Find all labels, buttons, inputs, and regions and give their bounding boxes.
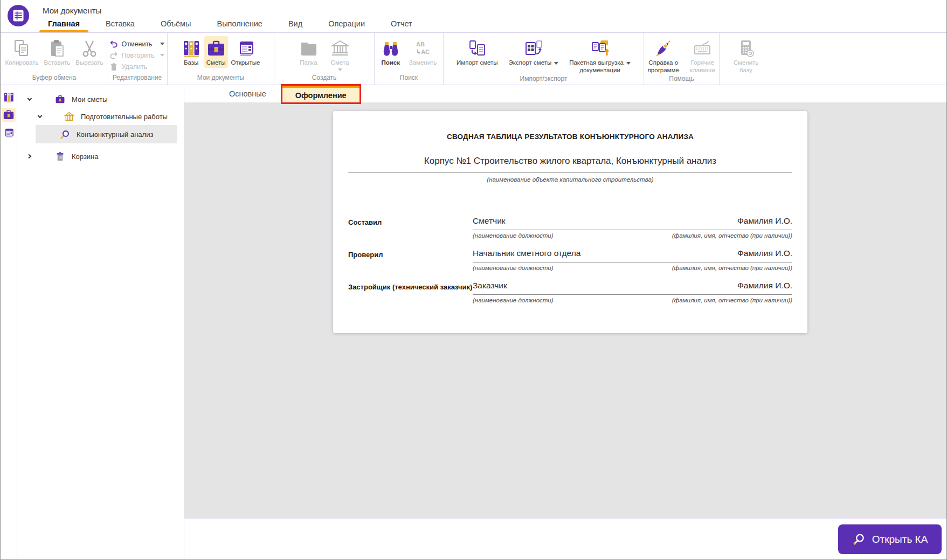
building-icon	[330, 38, 350, 59]
building-icon	[64, 112, 74, 122]
briefcase-icon	[55, 94, 65, 105]
redo-button[interactable]: Повторить	[109, 50, 165, 61]
position-caption: (наименование должности)	[473, 265, 554, 271]
chevron-down-icon[interactable]	[37, 113, 43, 120]
paste-icon	[47, 38, 67, 59]
app-window: Мои документы Главная Вставка Объёмы Вып…	[0, 0, 947, 560]
preview-canvas: СВОДНАЯ ТАБЛИЦА РЕЗУЛЬТАТОВ КОНЪЮНКТУРНО…	[184, 102, 946, 518]
bases-button[interactable]: Базы	[179, 36, 203, 68]
magnifier-icon	[852, 533, 866, 546]
ribbon-group-help: Справка о программе Горячие клавиши Помо…	[644, 33, 720, 85]
object-name-caption: (наименование объекта капитального строи…	[333, 176, 807, 183]
mini-estimates-button[interactable]	[2, 108, 16, 122]
signature-row: Застройщик (технический заказчик) Заказч…	[333, 281, 807, 303]
tree-item-recycle-bin[interactable]: Корзина	[17, 148, 184, 165]
group-label-import-export: Импорт/экспорт	[444, 75, 644, 85]
document-tabstrip: Основные Оформление	[184, 85, 946, 102]
document-title: СВОДНАЯ ТАБЛИЦА РЕЗУЛЬТАТОВ КОНЪЮНКТУРНО…	[333, 111, 807, 141]
menu-tab-operacii[interactable]: Операции	[315, 16, 378, 32]
tab-main[interactable]: Основные	[215, 85, 281, 102]
dropdown-icon[interactable]	[554, 62, 558, 65]
paste-button[interactable]: Вставить	[42, 36, 73, 68]
dropdown-icon[interactable]	[160, 54, 164, 57]
name-value: Фамилия И.О.	[737, 216, 792, 226]
export-estimate-button[interactable]: Экспорт сметы	[507, 36, 561, 68]
calculator-icon	[736, 38, 756, 59]
opened-button[interactable]: Открытые	[229, 36, 262, 68]
ribbon-group-create: Папка Смета Создать	[274, 33, 375, 85]
ribbon-group-clipboard: Копировать Вставить Вырезать Буфер обмен…	[2, 33, 107, 85]
tree-item-my-estimates[interactable]: Мои сметы	[17, 91, 184, 108]
cut-button[interactable]: Вырезать	[73, 36, 105, 68]
signature-row: Составил Сметчик Фамилия И.О. (наименова…	[333, 216, 807, 239]
menu-tab-vid[interactable]: Вид	[275, 16, 315, 32]
group-label-database	[720, 75, 772, 85]
chevron-right-icon[interactable]	[26, 153, 33, 160]
mini-bases-button[interactable]	[2, 90, 16, 104]
object-name-underline	[348, 172, 792, 172]
opened-documents-icon	[236, 38, 255, 59]
mini-opened-button[interactable]	[2, 126, 16, 140]
name-caption: (фамилия, имя, отчество (при наличии))	[672, 232, 792, 239]
redo-icon	[109, 51, 118, 60]
menu-tab-vstavka[interactable]: Вставка	[93, 16, 148, 32]
create-estimate-button[interactable]: Смета	[328, 36, 352, 72]
chevron-down-icon[interactable]	[26, 96, 33, 102]
about-button[interactable]: Справка о программе	[644, 36, 682, 75]
change-base-button[interactable]: Сменить базу	[727, 36, 765, 75]
rocket-icon	[654, 38, 673, 59]
hotkeys-button[interactable]: Горячие клавиши	[686, 36, 719, 75]
search-button[interactable]: Поиск	[379, 36, 403, 68]
replace-icon: AB↳AC	[416, 38, 430, 59]
document-preview-card: СВОДНАЯ ТАБЛИЦА РЕЗУЛЬТАТОВ КОНЪЮНКТУРНО…	[333, 111, 807, 333]
copy-icon	[12, 38, 32, 59]
ribbon-toolbar: Копировать Вставить Вырезать Буфер обмен…	[1, 33, 946, 85]
bases-mini-icon	[3, 92, 15, 103]
estimates-icon	[206, 38, 226, 59]
signature-row: Проверил Начальник сметного отдела Фамил…	[333, 248, 807, 271]
menu-tab-vypolnenie[interactable]: Выполнение	[204, 16, 275, 32]
delete-button[interactable]: Удалить	[109, 61, 165, 72]
tree-item-prep-works[interactable]: Подготовительные работы	[17, 108, 184, 125]
folder-icon	[299, 38, 319, 59]
group-label-clipboard: Буфер обмена	[2, 74, 107, 85]
export-icon	[524, 38, 543, 59]
dropdown-icon[interactable]	[626, 62, 631, 65]
name-value: Фамилия И.О.	[737, 248, 792, 258]
main-menu: Главная Вставка Объёмы Выполнение Вид Оп…	[35, 16, 425, 32]
trash-icon	[109, 63, 118, 71]
dropdown-icon[interactable]	[160, 43, 164, 45]
dropdown-icon[interactable]	[338, 68, 342, 71]
copy-button[interactable]: Копировать	[3, 36, 41, 68]
opened-mini-icon	[3, 127, 15, 139]
estimates-tree: Мои сметы Подготовительные работы Конъюн…	[17, 85, 184, 560]
replace-button[interactable]: AB↳AC Заменить	[407, 36, 439, 68]
group-label-editing: Редактирование	[107, 74, 167, 85]
import-estimate-button[interactable]: Импорт сметы	[454, 36, 500, 68]
app-header: Мои документы Главная Вставка Объёмы Вып…	[1, 0, 946, 33]
ribbon-group-search: Поиск AB↳AC Заменить Поиск	[375, 33, 444, 85]
menu-tab-obyomy[interactable]: Объёмы	[148, 16, 204, 32]
position-caption: (наименование должности)	[473, 232, 554, 239]
create-folder-button[interactable]: Папка	[297, 36, 321, 68]
import-icon	[467, 38, 487, 59]
ribbon-group-my-documents: Базы Сметы Открытые Мои документы	[168, 33, 274, 85]
group-label-search: Поиск	[375, 74, 443, 85]
annotation-red-box: Оформление	[281, 84, 361, 104]
undo-icon	[109, 40, 118, 49]
menu-tab-glavnaya[interactable]: Главная	[35, 16, 93, 32]
briefcase-mini-icon	[3, 109, 15, 121]
bases-icon	[182, 38, 201, 59]
undo-button[interactable]: Отменить	[109, 38, 165, 50]
keyboard-icon	[693, 38, 712, 59]
batch-upload-button[interactable]: Пакетная выгрузкадокументации	[567, 36, 633, 75]
estimates-button[interactable]: Сметы	[204, 36, 228, 68]
tab-formatting[interactable]: Оформление	[282, 86, 360, 102]
mini-sidebar	[1, 85, 17, 560]
app-logo-icon[interactable]	[7, 4, 30, 27]
open-ka-button[interactable]: Открыть КА	[838, 524, 942, 554]
ribbon-group-database: Сменить базу	[720, 33, 772, 85]
tree-item-conjuncture-analysis[interactable]: Конъюнктурный анализ	[36, 125, 177, 143]
group-label-create: Создать	[274, 74, 374, 85]
menu-tab-otchet[interactable]: Отчет	[378, 16, 425, 32]
